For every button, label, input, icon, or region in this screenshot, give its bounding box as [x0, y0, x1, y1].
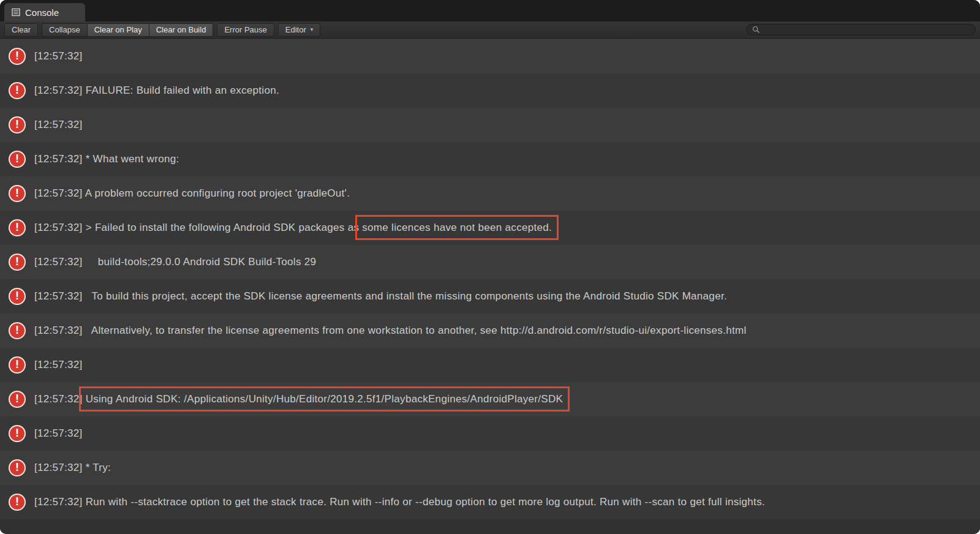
console-titlebar: Console	[0, 0, 980, 21]
log-text-highlighted: Using Android SDK: /Applications/Unity/H…	[86, 393, 563, 405]
toolbar-button-group: ClearCollapseClear on PlayClear on Build…	[4, 23, 320, 37]
log-entry[interactable]: ![12:57:32] > Failed to install the foll…	[0, 211, 980, 245]
log-message: [12:57:32] To build this project, accept…	[34, 290, 727, 303]
error-icon: !	[9, 185, 26, 202]
log-timestamp: [12:57:32]	[34, 50, 83, 62]
log-message: [12:57:32] A problem occurred configurin…	[34, 187, 350, 200]
error-icon: !	[9, 219, 26, 236]
log-message: [12:57:32] > Failed to install the follo…	[34, 222, 552, 234]
error-icon: !	[9, 151, 26, 168]
error-icon: !	[9, 425, 26, 442]
log-text-pre: * Try:	[83, 462, 111, 473]
tab-console-label: Console	[25, 7, 59, 18]
log-message: [12:57:32] Using Android SDK: /Applicati…	[34, 393, 563, 405]
chevron-down-icon: ▾	[311, 27, 314, 32]
log-timestamp: [12:57:32]	[34, 85, 83, 96]
toolbar-button-collapse[interactable]: Collapse	[42, 23, 87, 37]
toolbar-button-label: Clear on Play	[94, 25, 142, 34]
log-text-pre: Alternatively, to transfer the license a…	[83, 325, 747, 336]
log-timestamp: [12:57:32]	[34, 256, 83, 268]
log-text-pre	[83, 393, 86, 405]
log-entry[interactable]: ![12:57:32] A problem occurred configuri…	[0, 176, 980, 211]
exclamation-glyph: !	[15, 50, 19, 61]
exclamation-glyph: !	[15, 325, 19, 336]
exclamation-glyph: !	[15, 427, 19, 438]
log-message: [12:57:32] * Try:	[34, 462, 111, 474]
toolbar-button-clear-on-build[interactable]: Clear on Build	[149, 23, 214, 37]
log-text-pre: FAILURE: Build failed with an exception.	[83, 85, 279, 96]
log-entry[interactable]: ![12:57:32] FAILURE: Build failed with a…	[0, 73, 980, 108]
log-entry[interactable]: ![12:57:32] * Try:	[0, 451, 980, 485]
toolbar-button-label: Clear	[12, 25, 31, 34]
exclamation-glyph: !	[15, 256, 19, 267]
error-icon: !	[9, 82, 26, 99]
log-entry[interactable]: ![12:57:32]	[0, 39, 980, 73]
exclamation-glyph: !	[15, 153, 19, 164]
tab-console[interactable]: Console	[4, 3, 85, 21]
error-icon: !	[9, 322, 26, 339]
toolbar-button-label: Clear on Build	[156, 25, 206, 34]
toolbar-button-label: Collapse	[49, 25, 80, 34]
error-icon: !	[9, 494, 26, 511]
log-message: [12:57:32]	[34, 50, 83, 62]
log-timestamp: [12:57:32]	[34, 359, 83, 370]
log-message: [12:57:32] build-tools;29.0.0 Android SD…	[34, 256, 316, 268]
exclamation-glyph: !	[15, 496, 19, 507]
log-timestamp: [12:57:32]	[34, 325, 83, 336]
log-timestamp: [12:57:32]	[34, 496, 83, 508]
console-lines-icon	[12, 8, 20, 17]
error-icon: !	[9, 459, 26, 476]
log-text-pre: To build this project, accept the SDK li…	[83, 290, 727, 302]
log-text-pre: > Failed to install the following Androi…	[83, 222, 363, 233]
log-entry[interactable]: ![12:57:32]	[0, 416, 980, 451]
search-field[interactable]	[746, 24, 976, 36]
exclamation-glyph: !	[15, 119, 19, 130]
log-entry[interactable]: ![12:57:32] To build this project, accep…	[0, 279, 980, 314]
log-message: [12:57:32]	[34, 359, 83, 371]
log-timestamp: [12:57:32]	[34, 119, 83, 130]
log-entry[interactable]: ![12:57:32] Using Android SDK: /Applicat…	[0, 382, 980, 416]
log-entry[interactable]: ![12:57:32]	[0, 348, 980, 382]
toolbar-button-clear[interactable]: Clear	[4, 23, 38, 37]
log-timestamp: [12:57:32]	[34, 222, 83, 233]
error-icon: !	[9, 356, 26, 374]
log-text-pre: build-tools;29.0.0 Android SDK Build-Too…	[83, 256, 317, 268]
error-icon: !	[9, 391, 26, 408]
log-message: [12:57:32]	[34, 119, 83, 131]
log-entry[interactable]: ![12:57:32] Alternatively, to transfer t…	[0, 314, 980, 348]
exclamation-glyph: !	[15, 393, 19, 404]
log-entry[interactable]: ![12:57:32] build-tools;29.0.0 Android S…	[0, 245, 980, 279]
error-icon: !	[9, 116, 26, 134]
toolbar-button-editor[interactable]: Editor▾	[278, 23, 321, 37]
toolbar-button-label: Error Pause	[224, 25, 266, 34]
log-text-pre: * What went wrong:	[83, 153, 179, 165]
log-message: [12:57:32] * What went wrong:	[34, 153, 179, 165]
log-text-pre: Run with --stacktrace option to get the …	[83, 496, 765, 508]
log-timestamp: [12:57:32]	[34, 427, 83, 439]
toolbar-button-error-pause[interactable]: Error Pause	[217, 23, 274, 37]
log-entry[interactable]: ![12:57:32] * What went wrong:	[0, 142, 980, 176]
log-entry[interactable]: ![12:57:32] Run with --stacktrace option…	[0, 485, 980, 519]
log-timestamp: [12:57:32]	[34, 153, 83, 165]
error-icon: !	[9, 254, 26, 271]
log-timestamp: [12:57:32]	[34, 462, 83, 473]
log-entry[interactable]: ![12:57:32]	[0, 108, 980, 142]
unity-console-window: Console ClearCollapseClear on PlayClear …	[0, 0, 980, 534]
log-text-pre: A problem occurred configuring root proj…	[83, 187, 350, 199]
toolbar-button-clear-on-play[interactable]: Clear on Play	[87, 23, 149, 37]
exclamation-glyph: !	[15, 290, 19, 301]
exclamation-glyph: !	[15, 462, 19, 473]
log-message: [12:57:32] FAILURE: Build failed with an…	[34, 85, 279, 97]
exclamation-glyph: !	[15, 187, 19, 198]
exclamation-glyph: !	[15, 85, 19, 96]
log-timestamp: [12:57:32]	[34, 187, 83, 199]
exclamation-glyph: !	[15, 222, 19, 233]
error-icon: !	[9, 288, 26, 305]
log-text-highlighted: some licences have not been accepted.	[362, 222, 552, 233]
search-icon	[752, 26, 760, 34]
console-toolbar: ClearCollapseClear on PlayClear on Build…	[0, 21, 980, 39]
search-input[interactable]	[763, 26, 970, 34]
log-message: [12:57:32] Run with --stacktrace option …	[34, 496, 765, 508]
exclamation-glyph: !	[15, 359, 19, 370]
log-message: [12:57:32] Alternatively, to transfer th…	[34, 325, 747, 337]
